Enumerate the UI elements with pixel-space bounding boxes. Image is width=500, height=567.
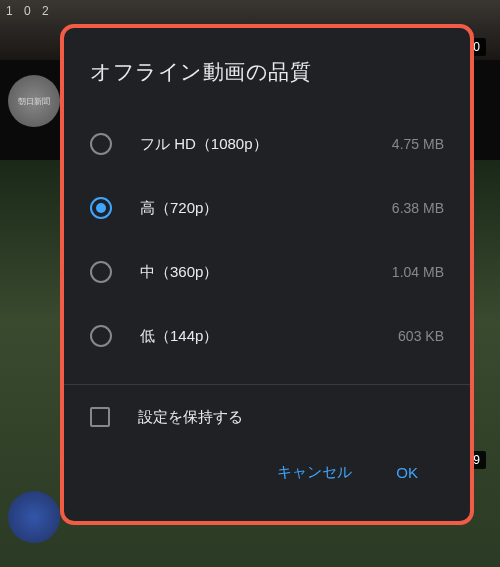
option-size: 1.04 MB xyxy=(392,264,444,280)
option-label: フル HD（1080p） xyxy=(140,135,392,154)
option-144p[interactable]: 低（144p） 603 KB xyxy=(90,304,444,368)
save-label: 設定を保持する xyxy=(138,408,243,427)
checkbox-icon xyxy=(90,407,110,427)
channel-avatar: 朝日新聞 xyxy=(8,75,60,127)
quality-options: フル HD（1080p） 4.75 MB 高（720p） 6.38 MB 中（3… xyxy=(90,112,444,368)
option-label: 高（720p） xyxy=(140,199,392,218)
radio-icon xyxy=(90,133,112,155)
option-1080p[interactable]: フル HD（1080p） 4.75 MB xyxy=(90,112,444,176)
channel-avatar xyxy=(8,491,60,543)
bg-tag: 1 0 2 xyxy=(6,4,53,18)
option-label: 低（144p） xyxy=(140,327,398,346)
ok-button[interactable]: OK xyxy=(396,463,418,482)
quality-dialog: オフライン動画の品質 フル HD（1080p） 4.75 MB 高（720p） … xyxy=(60,24,474,525)
option-720p[interactable]: 高（720p） 6.38 MB xyxy=(90,176,444,240)
dialog-title: オフライン動画の品質 xyxy=(90,58,444,86)
radio-icon xyxy=(90,197,112,219)
cancel-button[interactable]: キャンセル xyxy=(277,463,352,482)
option-label: 中（360p） xyxy=(140,263,392,282)
option-size: 4.75 MB xyxy=(392,136,444,152)
dialog-actions: キャンセル OK xyxy=(90,449,444,490)
option-size: 603 KB xyxy=(398,328,444,344)
option-size: 6.38 MB xyxy=(392,200,444,216)
radio-icon xyxy=(90,325,112,347)
option-360p[interactable]: 中（360p） 1.04 MB xyxy=(90,240,444,304)
save-settings-row[interactable]: 設定を保持する xyxy=(90,385,444,449)
radio-icon xyxy=(90,261,112,283)
